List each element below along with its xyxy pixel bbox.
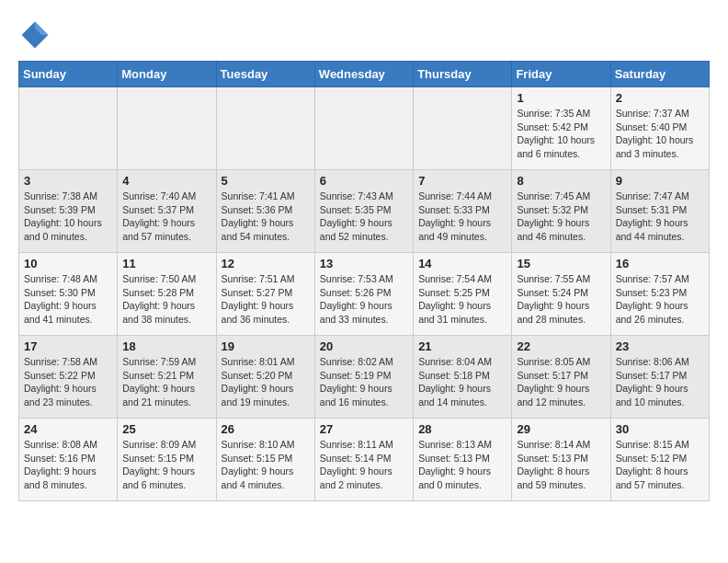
day-number: 21 bbox=[418, 339, 506, 353]
day-cell: 11Sunrise: 7:50 AM Sunset: 5:28 PM Dayli… bbox=[118, 253, 216, 336]
day-cell bbox=[314, 87, 413, 170]
header-cell-wednesday: Wednesday bbox=[314, 62, 413, 87]
day-number: 19 bbox=[222, 339, 310, 353]
day-number: 15 bbox=[517, 257, 605, 270]
day-info: Sunrise: 8:02 AM Sunset: 5:19 PM Dayligh… bbox=[320, 355, 408, 409]
day-cell: 17Sunrise: 7:58 AM Sunset: 5:22 PM Dayli… bbox=[19, 336, 118, 419]
day-cell: 29Sunrise: 8:14 AM Sunset: 5:13 PM Dayli… bbox=[512, 419, 610, 501]
day-info: Sunrise: 7:50 AM Sunset: 5:28 PM Dayligh… bbox=[122, 272, 210, 327]
header-cell-tuesday: Tuesday bbox=[216, 62, 314, 87]
day-cell bbox=[118, 87, 216, 170]
day-info: Sunrise: 7:57 AM Sunset: 5:23 PM Dayligh… bbox=[616, 272, 704, 327]
day-cell: 24Sunrise: 8:08 AM Sunset: 5:16 PM Dayli… bbox=[19, 419, 118, 501]
day-cell: 16Sunrise: 7:57 AM Sunset: 5:23 PM Dayli… bbox=[610, 253, 709, 336]
day-cell: 1Sunrise: 7:35 AM Sunset: 5:42 PM Daylig… bbox=[512, 87, 610, 170]
day-info: Sunrise: 8:09 AM Sunset: 5:15 PM Dayligh… bbox=[122, 438, 210, 492]
day-info: Sunrise: 7:44 AM Sunset: 5:33 PM Dayligh… bbox=[418, 190, 506, 244]
day-cell bbox=[216, 87, 314, 170]
day-info: Sunrise: 7:51 AM Sunset: 5:27 PM Dayligh… bbox=[222, 272, 310, 327]
day-number: 17 bbox=[24, 339, 112, 353]
header-cell-sunday: Sunday bbox=[19, 62, 118, 87]
day-cell: 6Sunrise: 7:43 AM Sunset: 5:35 PM Daylig… bbox=[314, 170, 413, 253]
header-cell-saturday: Saturday bbox=[610, 62, 709, 87]
day-info: Sunrise: 8:06 AM Sunset: 5:17 PM Dayligh… bbox=[616, 355, 704, 409]
day-info: Sunrise: 7:43 AM Sunset: 5:35 PM Dayligh… bbox=[320, 190, 408, 244]
day-cell: 15Sunrise: 7:55 AM Sunset: 5:24 PM Dayli… bbox=[512, 253, 610, 336]
day-number: 26 bbox=[222, 422, 310, 436]
header-cell-friday: Friday bbox=[512, 62, 610, 87]
day-number: 18 bbox=[122, 339, 210, 353]
day-cell: 18Sunrise: 7:59 AM Sunset: 5:21 PM Dayli… bbox=[118, 336, 216, 419]
header-row: SundayMondayTuesdayWednesdayThursdayFrid… bbox=[19, 62, 710, 87]
day-info: Sunrise: 8:13 AM Sunset: 5:13 PM Dayligh… bbox=[418, 438, 506, 492]
day-number: 8 bbox=[517, 174, 605, 188]
day-number: 7 bbox=[418, 174, 506, 188]
day-cell: 7Sunrise: 7:44 AM Sunset: 5:33 PM Daylig… bbox=[414, 170, 512, 253]
day-number: 24 bbox=[24, 422, 112, 436]
day-cell: 2Sunrise: 7:37 AM Sunset: 5:40 PM Daylig… bbox=[610, 87, 709, 170]
day-cell: 28Sunrise: 8:13 AM Sunset: 5:13 PM Dayli… bbox=[414, 419, 512, 501]
week-row-2: 3Sunrise: 7:38 AM Sunset: 5:39 PM Daylig… bbox=[19, 170, 710, 253]
day-info: Sunrise: 7:41 AM Sunset: 5:36 PM Dayligh… bbox=[222, 190, 310, 244]
day-number: 23 bbox=[616, 339, 704, 353]
day-cell: 10Sunrise: 7:48 AM Sunset: 5:30 PM Dayli… bbox=[19, 253, 118, 336]
day-number: 9 bbox=[616, 174, 704, 188]
day-info: Sunrise: 7:37 AM Sunset: 5:40 PM Dayligh… bbox=[616, 107, 704, 161]
day-number: 2 bbox=[616, 91, 704, 105]
day-number: 12 bbox=[222, 257, 310, 270]
day-info: Sunrise: 7:38 AM Sunset: 5:39 PM Dayligh… bbox=[24, 190, 112, 244]
day-number: 16 bbox=[616, 257, 704, 270]
week-row-4: 17Sunrise: 7:58 AM Sunset: 5:22 PM Dayli… bbox=[19, 336, 710, 419]
day-cell: 25Sunrise: 8:09 AM Sunset: 5:15 PM Dayli… bbox=[118, 419, 216, 501]
day-number: 5 bbox=[222, 174, 310, 188]
logo bbox=[18, 18, 57, 52]
day-number: 4 bbox=[122, 174, 210, 188]
day-info: Sunrise: 7:59 AM Sunset: 5:21 PM Dayligh… bbox=[122, 355, 210, 409]
day-info: Sunrise: 7:40 AM Sunset: 5:37 PM Dayligh… bbox=[122, 190, 210, 244]
week-row-3: 10Sunrise: 7:48 AM Sunset: 5:30 PM Dayli… bbox=[19, 253, 710, 336]
day-number: 30 bbox=[616, 422, 704, 436]
day-number: 20 bbox=[320, 339, 408, 353]
day-cell: 5Sunrise: 7:41 AM Sunset: 5:36 PM Daylig… bbox=[216, 170, 314, 253]
day-number: 13 bbox=[320, 257, 408, 270]
week-row-5: 24Sunrise: 8:08 AM Sunset: 5:16 PM Dayli… bbox=[19, 419, 710, 501]
week-row-1: 1Sunrise: 7:35 AM Sunset: 5:42 PM Daylig… bbox=[19, 87, 710, 170]
day-info: Sunrise: 8:11 AM Sunset: 5:14 PM Dayligh… bbox=[320, 438, 408, 492]
day-info: Sunrise: 7:55 AM Sunset: 5:24 PM Dayligh… bbox=[517, 272, 605, 327]
day-info: Sunrise: 7:58 AM Sunset: 5:22 PM Dayligh… bbox=[24, 355, 112, 409]
day-cell: 9Sunrise: 7:47 AM Sunset: 5:31 PM Daylig… bbox=[610, 170, 709, 253]
day-number: 6 bbox=[320, 174, 408, 188]
day-number: 14 bbox=[418, 257, 506, 270]
logo-icon bbox=[18, 18, 51, 52]
day-cell: 21Sunrise: 8:04 AM Sunset: 5:18 PM Dayli… bbox=[414, 336, 512, 419]
day-cell: 22Sunrise: 8:05 AM Sunset: 5:17 PM Dayli… bbox=[512, 336, 610, 419]
day-number: 3 bbox=[24, 174, 112, 188]
day-info: Sunrise: 8:05 AM Sunset: 5:17 PM Dayligh… bbox=[517, 355, 605, 409]
day-info: Sunrise: 8:15 AM Sunset: 5:12 PM Dayligh… bbox=[616, 438, 704, 492]
day-cell: 27Sunrise: 8:11 AM Sunset: 5:14 PM Dayli… bbox=[314, 419, 413, 501]
day-number: 25 bbox=[122, 422, 210, 436]
calendar-body: 1Sunrise: 7:35 AM Sunset: 5:42 PM Daylig… bbox=[19, 87, 710, 501]
day-cell: 4Sunrise: 7:40 AM Sunset: 5:37 PM Daylig… bbox=[118, 170, 216, 253]
day-info: Sunrise: 7:53 AM Sunset: 5:26 PM Dayligh… bbox=[320, 272, 408, 327]
day-info: Sunrise: 8:10 AM Sunset: 5:15 PM Dayligh… bbox=[222, 438, 310, 492]
day-info: Sunrise: 7:48 AM Sunset: 5:30 PM Dayligh… bbox=[24, 272, 112, 327]
day-cell: 19Sunrise: 8:01 AM Sunset: 5:20 PM Dayli… bbox=[216, 336, 314, 419]
day-cell: 30Sunrise: 8:15 AM Sunset: 5:12 PM Dayli… bbox=[610, 419, 709, 501]
day-cell: 13Sunrise: 7:53 AM Sunset: 5:26 PM Dayli… bbox=[314, 253, 413, 336]
calendar-header: SundayMondayTuesdayWednesdayThursdayFrid… bbox=[19, 62, 710, 87]
day-cell bbox=[414, 87, 512, 170]
day-number: 29 bbox=[517, 422, 605, 436]
day-info: Sunrise: 8:14 AM Sunset: 5:13 PM Dayligh… bbox=[517, 438, 605, 492]
day-info: Sunrise: 8:04 AM Sunset: 5:18 PM Dayligh… bbox=[418, 355, 506, 409]
day-cell: 23Sunrise: 8:06 AM Sunset: 5:17 PM Dayli… bbox=[610, 336, 709, 419]
day-info: Sunrise: 7:47 AM Sunset: 5:31 PM Dayligh… bbox=[616, 190, 704, 244]
day-info: Sunrise: 7:45 AM Sunset: 5:32 PM Dayligh… bbox=[517, 190, 605, 244]
day-info: Sunrise: 8:01 AM Sunset: 5:20 PM Dayligh… bbox=[222, 355, 310, 409]
header-cell-thursday: Thursday bbox=[414, 62, 512, 87]
day-number: 28 bbox=[418, 422, 506, 436]
day-cell: 8Sunrise: 7:45 AM Sunset: 5:32 PM Daylig… bbox=[512, 170, 610, 253]
day-cell: 26Sunrise: 8:10 AM Sunset: 5:15 PM Dayli… bbox=[216, 419, 314, 501]
day-cell: 3Sunrise: 7:38 AM Sunset: 5:39 PM Daylig… bbox=[19, 170, 118, 253]
day-cell: 12Sunrise: 7:51 AM Sunset: 5:27 PM Dayli… bbox=[216, 253, 314, 336]
